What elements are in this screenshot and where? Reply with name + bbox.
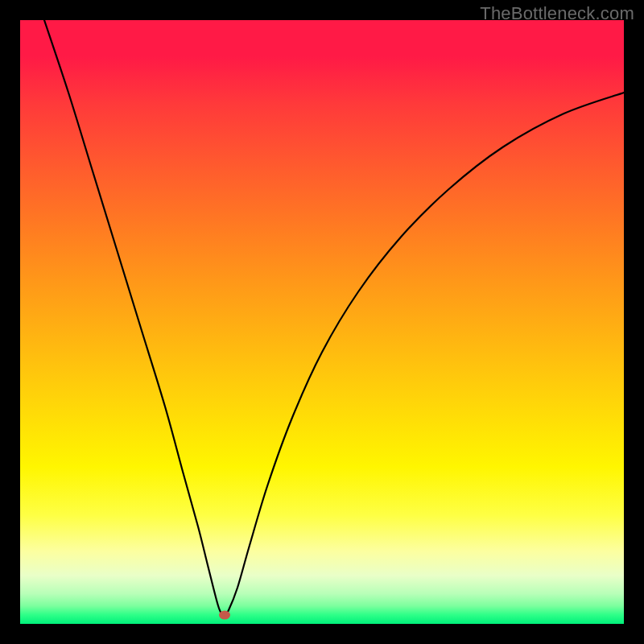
bottleneck-curve bbox=[20, 20, 624, 624]
chart-frame: TheBottleneck.com bbox=[0, 0, 644, 644]
minimum-marker-icon bbox=[219, 610, 230, 619]
plot-area bbox=[20, 20, 624, 624]
